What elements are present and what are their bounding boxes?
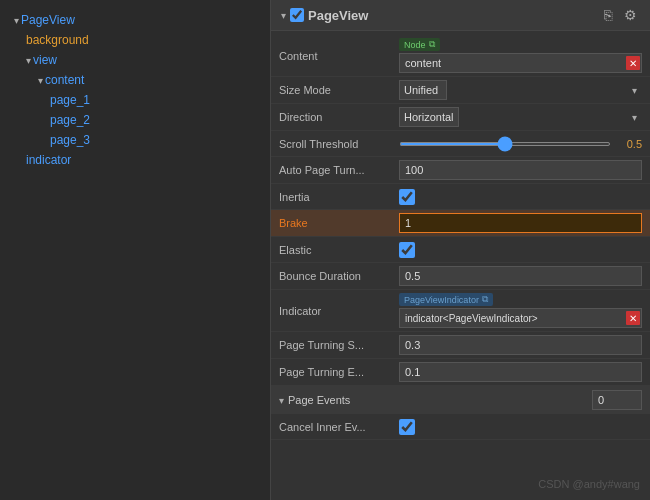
- size-mode-select[interactable]: Unified Custom: [399, 80, 447, 100]
- auto-page-turn-input[interactable]: [399, 160, 642, 180]
- copy-icon[interactable]: ⎘: [601, 6, 615, 24]
- tree-label-content: content: [45, 73, 84, 87]
- prop-elastic-value: [399, 242, 642, 258]
- scroll-threshold-slider[interactable]: [399, 142, 611, 146]
- page-events-section[interactable]: ▾ Page Events: [271, 386, 650, 414]
- prop-cancel-inner-ev-label: Cancel Inner Ev...: [279, 421, 399, 433]
- prop-cancel-inner-ev-value: [399, 419, 642, 435]
- tree-arrow-view: ▾: [26, 55, 31, 66]
- content-clear-btn[interactable]: ✕: [626, 56, 640, 70]
- prop-size-mode-label: Size Mode: [279, 84, 399, 96]
- tree-page3[interactable]: page_3: [0, 130, 270, 150]
- content-badge-col: Node ⧉ ✕: [399, 38, 642, 73]
- section-label: Page Events: [288, 394, 350, 406]
- prop-elastic-label: Elastic: [279, 244, 399, 256]
- section-arrow: ▾: [279, 395, 284, 406]
- prop-elastic: Elastic: [271, 237, 650, 263]
- prop-size-mode: Size Mode Unified Custom: [271, 77, 650, 104]
- tree-content[interactable]: ▾ content: [0, 70, 270, 90]
- content-badge-row: Node ⧉: [399, 38, 642, 51]
- brake-input[interactable]: [399, 213, 642, 233]
- scroll-threshold-display: 0.5: [617, 138, 642, 150]
- tree-label-indicator: indicator: [26, 153, 71, 167]
- prop-scroll-threshold-label: Scroll Threshold: [279, 138, 399, 150]
- indicator-clear-btn[interactable]: ✕: [626, 311, 640, 325]
- gear-icon[interactable]: ⚙: [621, 6, 640, 24]
- pvi-badge-link[interactable]: ⧉: [482, 294, 488, 305]
- prop-inertia-value: [399, 189, 642, 205]
- size-mode-select-wrapper: Unified Custom: [399, 80, 642, 100]
- inertia-checkbox[interactable]: [399, 189, 415, 205]
- prop-size-mode-value: Unified Custom: [399, 80, 642, 100]
- prop-direction: Direction Horizontal Vertical: [271, 104, 650, 131]
- prop-auto-page-turn-value: [399, 160, 642, 180]
- direction-select[interactable]: Horizontal Vertical: [399, 107, 459, 127]
- tree-arrow-content: ▾: [38, 75, 43, 86]
- panel-collapse-arrow[interactable]: ▾: [281, 10, 286, 21]
- prop-direction-label: Direction: [279, 111, 399, 123]
- prop-inertia-label: Inertia: [279, 191, 399, 203]
- prop-auto-page-turn: Auto Page Turn...: [271, 157, 650, 184]
- prop-indicator: Indicator PageViewIndicator ⧉ ✕: [271, 290, 650, 332]
- prop-brake-value: [399, 213, 642, 233]
- panel-title: PageView: [308, 8, 601, 23]
- tree-pageview-root[interactable]: ▾ PageView: [0, 10, 270, 30]
- prop-indicator-value: PageViewIndicator ⧉ ✕: [399, 293, 642, 328]
- prop-content-value: Node ⧉ ✕: [399, 38, 642, 73]
- properties-body: Content Node ⧉ ✕ Size M: [271, 31, 650, 500]
- tree-background[interactable]: background: [0, 30, 270, 50]
- node-badge-link[interactable]: ⧉: [429, 39, 435, 50]
- pvi-badge: PageViewIndicator ⧉: [399, 293, 493, 306]
- prop-page-turning-e-label: Page Turning E...: [279, 366, 399, 378]
- prop-bounce-duration-value: [399, 266, 642, 286]
- tree-page2[interactable]: page_2: [0, 110, 270, 130]
- prop-brake: Brake: [271, 210, 650, 237]
- prop-scroll-threshold: Scroll Threshold 0.5: [271, 131, 650, 157]
- tree-label-background: background: [26, 33, 89, 47]
- prop-page-turning-s-value: [399, 335, 642, 355]
- prop-direction-value: Horizontal Vertical: [399, 107, 642, 127]
- prop-brake-label: Brake: [279, 217, 399, 229]
- tree-label-view: view: [33, 53, 57, 67]
- page-turning-s-input[interactable]: [399, 335, 642, 355]
- prop-content-label: Content: [279, 50, 399, 62]
- direction-select-wrapper: Horizontal Vertical: [399, 107, 642, 127]
- tree-page1[interactable]: page_1: [0, 90, 270, 110]
- indicator-input[interactable]: [399, 308, 642, 328]
- content-input-wrapper: ✕: [399, 53, 642, 73]
- tree-indicator[interactable]: indicator: [0, 150, 270, 170]
- node-badge-label: Node: [404, 40, 426, 50]
- indicator-badge-col: PageViewIndicator ⧉ ✕: [399, 293, 642, 328]
- prop-auto-page-turn-label: Auto Page Turn...: [279, 164, 399, 176]
- tree-label-page3: page_3: [50, 133, 90, 147]
- prop-page-turning-e: Page Turning E...: [271, 359, 650, 386]
- prop-content: Content Node ⧉ ✕: [271, 35, 650, 77]
- bounce-duration-input[interactable]: [399, 266, 642, 286]
- tree-view[interactable]: ▾ view: [0, 50, 270, 70]
- pvi-badge-label: PageViewIndicator: [404, 295, 479, 305]
- credit-text: CSDN @andy#wang: [538, 478, 640, 490]
- panel-header-icons: ⎘ ⚙: [601, 6, 640, 24]
- tree-panel: ▾ PageView background ▾ view ▾ content p…: [0, 0, 270, 500]
- prop-scroll-threshold-value: 0.5: [399, 138, 642, 150]
- tree-arrow: ▾: [14, 15, 19, 26]
- cancel-inner-ev-checkbox[interactable]: [399, 419, 415, 435]
- page-turning-e-input[interactable]: [399, 362, 642, 382]
- indicator-input-wrapper: ✕: [399, 308, 642, 328]
- prop-bounce-duration: Bounce Duration: [271, 263, 650, 290]
- properties-panel: ▾ PageView ⎘ ⚙ Content Node ⧉: [270, 0, 650, 500]
- prop-cancel-inner-ev: Cancel Inner Ev...: [271, 414, 650, 440]
- elastic-checkbox[interactable]: [399, 242, 415, 258]
- panel-active-checkbox[interactable]: [290, 8, 304, 22]
- page-events-input[interactable]: [592, 390, 642, 410]
- tree-label-pageview: PageView: [21, 13, 75, 27]
- slider-container: 0.5: [399, 138, 642, 150]
- prop-bounce-duration-label: Bounce Duration: [279, 270, 399, 282]
- tree-label-page1: page_1: [50, 93, 90, 107]
- prop-page-turning-s-label: Page Turning S...: [279, 339, 399, 351]
- content-input[interactable]: [399, 53, 642, 73]
- prop-indicator-label: Indicator: [279, 305, 399, 317]
- prop-page-turning-s: Page Turning S...: [271, 332, 650, 359]
- tree-label-page2: page_2: [50, 113, 90, 127]
- node-badge: Node ⧉: [399, 38, 440, 51]
